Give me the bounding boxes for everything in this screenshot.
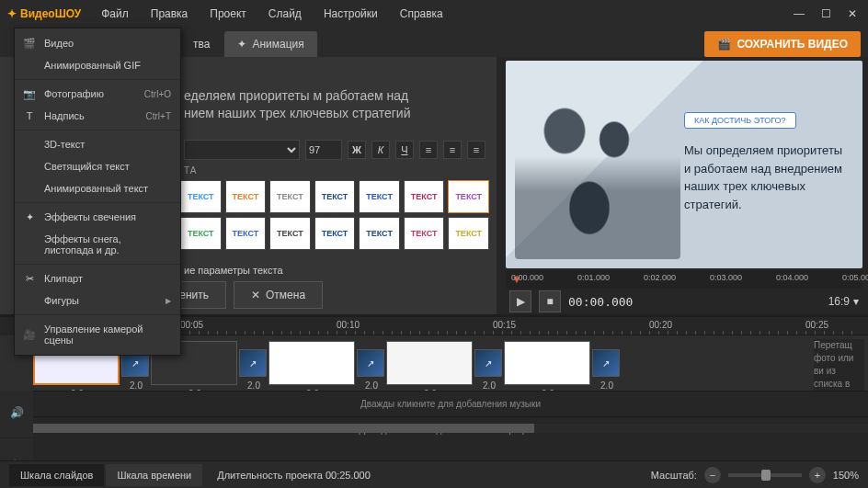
- text-style-cell[interactable]: ТЕКСТ: [269, 217, 311, 250]
- music-track[interactable]: Дважды кликните для добавления музыки: [33, 391, 868, 416]
- stop-button[interactable]: ■: [539, 290, 561, 312]
- horizontal-scrollbar[interactable]: [33, 424, 868, 433]
- text-style-cell[interactable]: ТЕКСТ: [359, 217, 400, 250]
- tab-timeline-view[interactable]: Шкала времени: [106, 464, 202, 486]
- menu-file[interactable]: Файл: [92, 4, 138, 24]
- scroll-thumb[interactable]: [33, 424, 534, 433]
- dropdown-item[interactable]: ✂Клипарт: [15, 267, 180, 289]
- logo-icon: ✦: [7, 7, 17, 20]
- zoom-out-button[interactable]: −: [704, 467, 721, 483]
- text-style-cell[interactable]: ТЕКСТ: [404, 180, 445, 213]
- underline-button[interactable]: Ч: [395, 141, 414, 159]
- layer-title[interactable]: еделяем приоритеты м работаем над нием н…: [184, 88, 485, 123]
- slide-duration: 2.0: [306, 389, 319, 391]
- dropdown-item[interactable]: 🎥Управление камерой сцены: [15, 318, 180, 351]
- minimize-icon[interactable]: —: [790, 6, 808, 22]
- menu-edit[interactable]: Правка: [142, 4, 198, 24]
- font-size-input[interactable]: [305, 140, 342, 160]
- dropdown-item-icon: ✂: [22, 273, 37, 285]
- zoom-slider[interactable]: [728, 473, 802, 477]
- dropdown-item[interactable]: 🎬Видео: [15, 32, 180, 54]
- text-style-cell[interactable]: ТЕКСТ: [448, 217, 489, 250]
- play-button[interactable]: ▶: [509, 290, 531, 312]
- menu-slide[interactable]: Слайд: [259, 4, 311, 24]
- dropdown-item[interactable]: Фигуры▶: [15, 289, 180, 312]
- preview-badge: КАК ДОСТИЧЬ ЭТОГО?: [684, 112, 796, 129]
- text-style-cell[interactable]: ТЕКСТ: [359, 180, 400, 213]
- zoom-control: Масштаб: − + 150%: [651, 467, 859, 483]
- menubar: ✦ВидеоШОУ Файл Правка Проект Слайд Настр…: [0, 0, 868, 28]
- transition-thumb[interactable]: ↗: [474, 349, 502, 377]
- text-style-cell[interactable]: ТЕКСТ: [225, 217, 267, 250]
- font-select[interactable]: [184, 140, 300, 160]
- align-right-button[interactable]: ≡: [467, 141, 485, 159]
- dropdown-item-icon: 🎥: [22, 329, 37, 341]
- dropdown-item[interactable]: Анимированный текст: [15, 177, 180, 199]
- transition-duration: 2.0: [600, 380, 613, 391]
- menu-project[interactable]: Проект: [200, 4, 256, 24]
- app-logo: ✦ВидеоШОУ: [7, 7, 81, 20]
- slide-thumb[interactable]: [386, 341, 473, 385]
- tab-animation[interactable]: ✦Анимация: [224, 31, 316, 57]
- text-styles-grid: ТЕКСТТЕКСТТЕКСТТЕКСТТЕКСТТЕКСТТЕКСТТЕКСТ…: [180, 180, 489, 250]
- dropdown-item-icon: 📷: [22, 88, 37, 100]
- cancel-button[interactable]: ✕Отмена: [234, 281, 323, 309]
- italic-button[interactable]: К: [371, 141, 390, 159]
- tab-properties[interactable]: тва: [180, 31, 223, 57]
- bold-button[interactable]: Ж: [348, 141, 366, 159]
- close-icon[interactable]: ✕: [844, 6, 861, 22]
- text-style-cell[interactable]: ТЕКСТ: [404, 217, 445, 250]
- dropdown-item[interactable]: Эффекты снега, листопада и др.: [15, 228, 180, 261]
- status-bar: Шкала слайдов Шкала времени Длительность…: [0, 460, 868, 488]
- slide-duration: 2.0: [188, 389, 201, 391]
- dropdown-item[interactable]: ✦Эффекты свечения: [15, 206, 180, 228]
- dropdown-item[interactable]: TНадписьCtrl+T: [15, 105, 180, 127]
- text-style-cell[interactable]: ТЕКСТ: [180, 217, 222, 250]
- dropdown-item[interactable]: Анимированный GIF: [15, 54, 180, 76]
- text-style-cell[interactable]: ТЕКСТ: [180, 180, 222, 213]
- transition-thumb[interactable]: ↗: [592, 349, 620, 377]
- transition-duration: 2.0: [247, 380, 260, 391]
- aspect-ratio[interactable]: 16:9▾: [828, 295, 859, 308]
- menu-settings[interactable]: Настройки: [314, 4, 387, 24]
- dropdown-item-icon: 🎬: [22, 38, 37, 50]
- slide-thumb[interactable]: [268, 341, 355, 385]
- dropdown-item[interactable]: 3D-текст: [15, 133, 180, 155]
- text-style-cell[interactable]: ТЕКСТ: [314, 217, 356, 250]
- animation-icon: ✦: [237, 38, 246, 51]
- save-video-button[interactable]: 🎬СОХРАНИТЬ ВИДЕО: [704, 31, 861, 57]
- menu-help[interactable]: Справка: [391, 4, 452, 24]
- tabs: тва ✦Анимация: [180, 31, 319, 57]
- preview-ruler[interactable]: ▼ 0:00.0000:01.0000:02.0000:03.0000:04.0…: [506, 270, 862, 289]
- dropdown-item[interactable]: 📷ФотографиюCtrl+O: [15, 83, 180, 105]
- text-style-cell[interactable]: ТЕКСТ: [448, 180, 489, 213]
- transition-thumb[interactable]: ↗: [239, 349, 267, 377]
- dropdown-item[interactable]: Светящийся текст: [15, 155, 180, 177]
- window-controls: — ☐ ✕: [790, 6, 861, 22]
- maximize-icon[interactable]: ☐: [817, 6, 835, 22]
- zoom-value: 150%: [833, 470, 859, 481]
- transition-duration: 2.0: [365, 380, 378, 391]
- section-label: ТА: [184, 165, 197, 176]
- preview-canvas[interactable]: КАК ДОСТИЧЬ ЭТОГО? Мы определяем приорит…: [506, 61, 862, 268]
- transition-duration: 2.0: [483, 380, 496, 391]
- more-params-link[interactable]: ие параметры текста: [184, 265, 283, 276]
- zoom-in-button[interactable]: +: [809, 467, 826, 483]
- preview-overlay: КАК ДОСТИЧЬ ЭТОГО? Мы определяем приорит…: [684, 112, 850, 213]
- app-name: ВидеоШОУ: [20, 7, 81, 20]
- preview-photo: [515, 88, 680, 259]
- align-left-button[interactable]: ≡: [419, 141, 438, 159]
- slide-thumb[interactable]: [504, 341, 590, 385]
- tab-slide-view[interactable]: Шкала слайдов: [9, 464, 104, 486]
- text-style-cell[interactable]: ТЕКСТ: [269, 180, 311, 213]
- text-style-cell[interactable]: ТЕКСТ: [314, 180, 356, 213]
- zoom-slider-thumb[interactable]: [761, 470, 771, 481]
- save-label: СОХРАНИТЬ ВИДЕО: [737, 38, 848, 51]
- font-controls: Ж К Ч ≡ ≡ ≡: [184, 140, 485, 160]
- transition-thumb[interactable]: ↗: [357, 349, 384, 377]
- align-center-button[interactable]: ≡: [443, 141, 462, 159]
- preview-text: Мы определяем приоритеты и работаем над …: [684, 142, 850, 213]
- slide-duration: 2.0: [424, 389, 437, 391]
- audio-track-icon[interactable]: 🔊: [0, 387, 33, 438]
- text-style-cell[interactable]: ТЕКСТ: [225, 180, 267, 213]
